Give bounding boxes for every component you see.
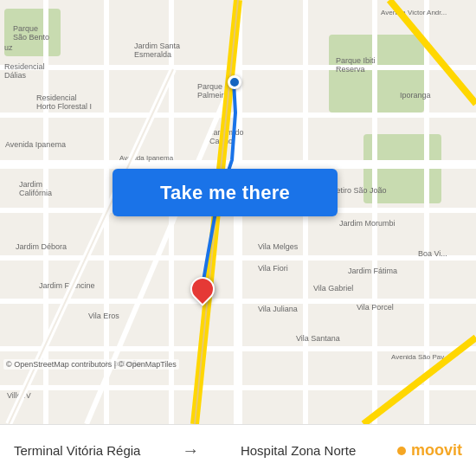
road-v3	[372, 0, 377, 424]
pin-destination	[190, 277, 211, 305]
from-label: Terminal Vitória Régia	[14, 443, 140, 458]
map-attribution: © OpenStreetMap contributors | © OpenMap…	[3, 359, 179, 370]
pin-start	[228, 75, 241, 89]
road-v6	[424, 0, 429, 424]
bottom-bar: Terminal Vitória Régia → Hospital Zona N…	[0, 424, 476, 476]
take-me-there-button[interactable]: Take me there	[113, 169, 338, 216]
to-label: Hospital Zona Norte	[241, 443, 356, 458]
moovit-logo: moovit	[397, 441, 462, 460]
arrow-icon: →	[182, 441, 199, 460]
map-container: ParqueSão Bento ResidencialDálias Reside…	[0, 0, 476, 424]
route-from: Terminal Vitória Régia	[14, 443, 140, 458]
moovit-dot	[397, 447, 406, 455]
park-sao-bento	[4, 9, 61, 56]
route-to: Hospital Zona Norte	[241, 443, 356, 458]
moovit-text: moovit	[411, 441, 462, 460]
take-me-there-label: Take me there	[160, 182, 290, 204]
